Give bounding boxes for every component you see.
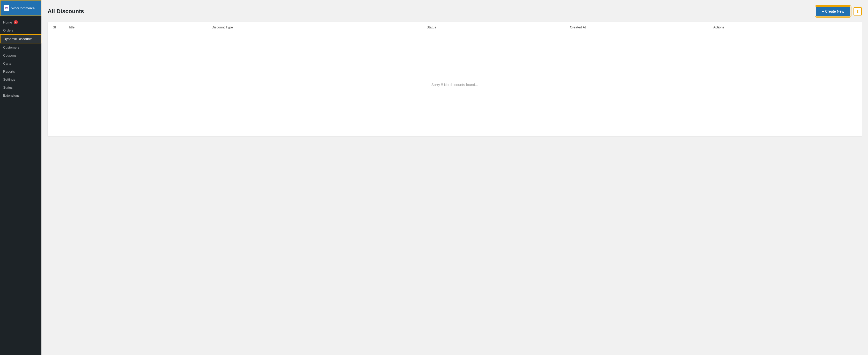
col-discount-type: Discount Type: [212, 25, 427, 29]
sidebar-item-label-status: Status: [3, 85, 13, 90]
main-content: All Discounts + Create New 3 Sl Title Di…: [41, 0, 868, 355]
sidebar: W WooCommerce 1 Home 4 Orders Dynamic Di…: [0, 0, 41, 355]
empty-message: Sorry !! No discounts found...: [431, 83, 478, 87]
home-notification-badge: 4: [14, 20, 18, 24]
page-title: All Discounts: [48, 8, 84, 15]
sidebar-item-home[interactable]: Home 4: [0, 18, 41, 26]
sidebar-item-coupons[interactable]: Coupons: [0, 51, 41, 60]
col-sl: Sl: [53, 25, 68, 29]
sidebar-brand-label: WooCommerce: [11, 6, 35, 10]
annotation-3: 3: [854, 7, 862, 15]
sidebar-nav: Home 4 Orders Dynamic Discounts 2 Custom…: [0, 16, 41, 100]
sidebar-item-customers[interactable]: Customers: [0, 43, 41, 51]
sidebar-brand[interactable]: W WooCommerce 1: [0, 0, 41, 16]
woocommerce-icon: W: [4, 5, 9, 11]
table-body: Sorry !! No discounts found...: [48, 33, 862, 136]
col-created-at: Created At: [570, 25, 713, 29]
sidebar-item-carts[interactable]: Carts: [0, 60, 41, 67]
sidebar-item-label-customers: Customers: [3, 45, 20, 49]
sidebar-item-settings[interactable]: Settings: [0, 75, 41, 83]
table-header: Sl Title Discount Type Status Created At…: [48, 22, 862, 33]
sidebar-item-orders[interactable]: Orders: [0, 26, 41, 34]
sidebar-item-label-reports: Reports: [3, 70, 15, 73]
page-header: All Discounts + Create New 3: [48, 6, 862, 16]
col-status: Status: [427, 25, 570, 29]
sidebar-item-label-home: Home: [3, 21, 12, 24]
sidebar-item-label-orders: Orders: [3, 28, 13, 32]
sidebar-item-label-settings: Settings: [3, 77, 15, 81]
header-right: + Create New 3: [816, 6, 862, 16]
sidebar-item-status[interactable]: Status: [0, 83, 41, 92]
sidebar-item-label-coupons: Coupons: [3, 54, 17, 57]
sidebar-item-reports[interactable]: Reports: [0, 67, 41, 75]
col-title: Title: [68, 25, 212, 29]
sidebar-item-label-extensions: Extensions: [3, 94, 20, 97]
create-new-button[interactable]: + Create New: [816, 6, 850, 16]
sidebar-item-label-dynamic-discounts: Dynamic Discounts: [4, 37, 32, 41]
sidebar-item-extensions[interactable]: Extensions: [0, 92, 41, 100]
col-actions: Actions: [713, 25, 857, 29]
discounts-table-container: Sl Title Discount Type Status Created At…: [48, 22, 862, 136]
sidebar-item-label-carts: Carts: [3, 62, 11, 65]
sidebar-item-dynamic-discounts[interactable]: Dynamic Discounts 2: [0, 34, 41, 43]
